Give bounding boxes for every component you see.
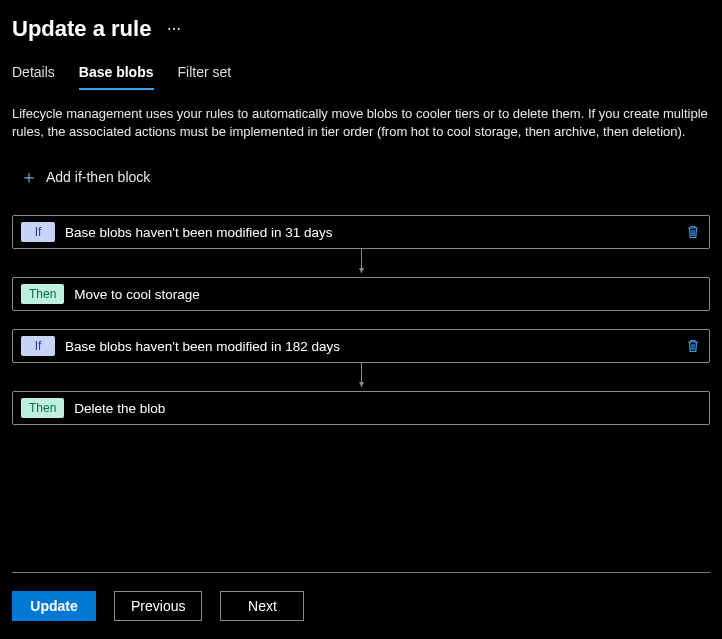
then-action-text: Move to cool storage: [74, 287, 701, 302]
page-title: Update a rule: [12, 16, 151, 42]
tab-description: Lifecycle management uses your rules to …: [0, 91, 722, 149]
if-row[interactable]: If Base blobs haven't been modified in 1…: [12, 329, 710, 363]
delete-block-icon[interactable]: [685, 224, 701, 240]
rule-blocks-area: If Base blobs haven't been modified in 3…: [0, 207, 722, 429]
then-badge: Then: [21, 398, 64, 418]
if-condition-text: Base blobs haven't been modified in 31 d…: [65, 225, 675, 240]
tab-base-blobs[interactable]: Base blobs: [79, 58, 154, 90]
then-row[interactable]: Then Move to cool storage: [12, 277, 710, 311]
footer-separator: [12, 572, 710, 573]
if-badge: If: [21, 336, 55, 356]
wizard-footer: Update Previous Next: [0, 572, 722, 639]
more-actions-icon[interactable]: ⋯: [167, 21, 182, 37]
add-block-label: Add if-then block: [46, 169, 150, 185]
footer-buttons: Update Previous Next: [12, 591, 710, 621]
if-badge: If: [21, 222, 55, 242]
then-row[interactable]: Then Delete the blob: [12, 391, 710, 425]
flow-connector: ▾: [12, 363, 710, 387]
page-header: Update a rule ⋯: [0, 0, 722, 50]
flow-connector: ▾: [12, 249, 710, 273]
then-action-text: Delete the blob: [74, 401, 701, 416]
if-condition-text: Base blobs haven't been modified in 182 …: [65, 339, 675, 354]
update-button[interactable]: Update: [12, 591, 96, 621]
next-button[interactable]: Next: [220, 591, 304, 621]
delete-block-icon[interactable]: [685, 338, 701, 354]
previous-button[interactable]: Previous: [114, 591, 202, 621]
tab-bar: Details Base blobs Filter set: [0, 50, 722, 91]
tab-details[interactable]: Details: [12, 58, 55, 90]
if-row[interactable]: If Base blobs haven't been modified in 3…: [12, 215, 710, 249]
add-if-then-block-button[interactable]: ＋ Add if-then block: [8, 155, 722, 199]
then-badge: Then: [21, 284, 64, 304]
tab-filter-set[interactable]: Filter set: [178, 58, 232, 90]
plus-icon: ＋: [20, 165, 38, 189]
